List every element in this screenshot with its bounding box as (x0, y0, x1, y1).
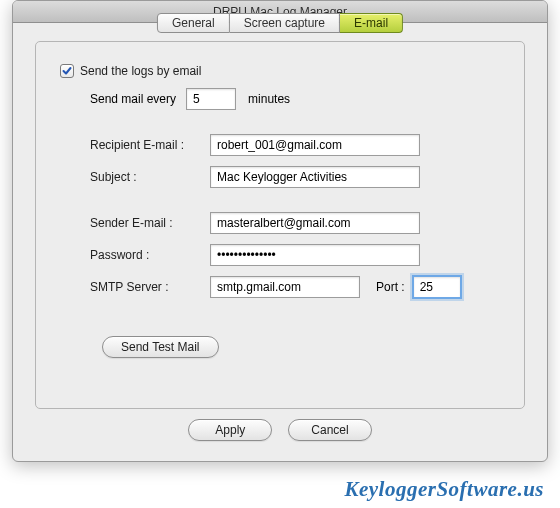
email-panel: Send the logs by email Send mail every m… (35, 41, 525, 409)
send-logs-checkbox-row: Send the logs by email (60, 64, 504, 78)
cancel-button[interactable]: Cancel (288, 419, 371, 441)
smtp-row: SMTP Server : Port : (90, 276, 504, 298)
tab-general[interactable]: General (157, 13, 230, 33)
watermark: KeyloggerSoftware.us (344, 477, 544, 502)
tab-email[interactable]: E-mail (340, 13, 403, 33)
send-logs-label: Send the logs by email (80, 64, 201, 78)
test-mail-row: Send Test Mail (102, 336, 504, 358)
interval-unit: minutes (248, 92, 290, 106)
password-row: Password : (90, 244, 504, 266)
sender-input[interactable] (210, 212, 420, 234)
password-input[interactable] (210, 244, 420, 266)
sender-label: Sender E-mail : (90, 216, 210, 230)
recipient-row: Recipient E-mail : (90, 134, 504, 156)
footer-buttons: Apply Cancel (35, 419, 525, 441)
subject-label: Subject : (90, 170, 210, 184)
port-label: Port : (376, 280, 405, 294)
subject-row: Subject : (90, 166, 504, 188)
password-label: Password : (90, 248, 210, 262)
port-input[interactable] (413, 276, 461, 298)
sender-row: Sender E-mail : (90, 212, 504, 234)
recipient-label: Recipient E-mail : (90, 138, 210, 152)
interval-label: Send mail every (90, 92, 176, 106)
interval-row: Send mail every minutes (90, 88, 504, 110)
send-logs-checkbox[interactable] (60, 64, 74, 78)
content-area: General Screen capture E-mail Send the l… (13, 23, 547, 449)
tab-screen-capture[interactable]: Screen capture (230, 13, 340, 33)
interval-input[interactable] (186, 88, 236, 110)
smtp-input[interactable] (210, 276, 360, 298)
send-test-mail-button[interactable]: Send Test Mail (102, 336, 219, 358)
window: DRPU Mac Log Manager General Screen capt… (12, 0, 548, 462)
subject-input[interactable] (210, 166, 420, 188)
checkmark-icon (62, 66, 72, 76)
recipient-input[interactable] (210, 134, 420, 156)
email-fields: Send mail every minutes Recipient E-mail… (90, 88, 504, 358)
tabs: General Screen capture E-mail (157, 13, 403, 33)
apply-button[interactable]: Apply (188, 419, 272, 441)
smtp-label: SMTP Server : (90, 280, 210, 294)
